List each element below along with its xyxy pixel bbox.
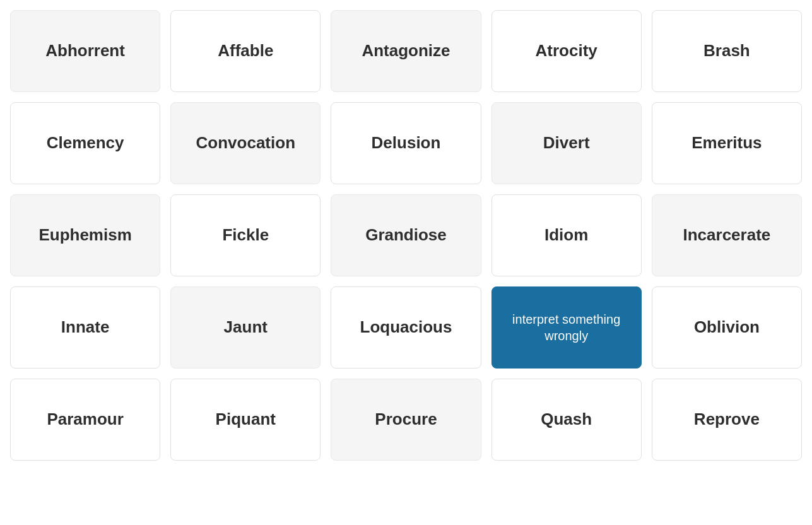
card-label-divert: Divert — [543, 133, 590, 154]
card-label-piquant: Piquant — [216, 409, 276, 430]
card-label-incarcerate: Incarcerate — [683, 225, 771, 246]
card-procure[interactable]: Procure — [331, 379, 481, 461]
card-label-jaunt: Jaunt — [224, 317, 268, 338]
card-label-idiom: Idiom — [544, 225, 588, 246]
card-piquant[interactable]: Piquant — [170, 379, 321, 461]
card-label-abhorrent: Abhorrent — [45, 40, 125, 62]
card-label-affable: Affable — [218, 40, 273, 62]
card-reprove[interactable]: Reprove — [652, 379, 802, 461]
card-delusion[interactable]: Delusion — [331, 102, 481, 184]
card-innate[interactable]: Innate — [10, 286, 160, 369]
card-euphemism[interactable]: Euphemism — [10, 194, 160, 276]
card-label-convocation: Convocation — [196, 133, 295, 154]
card-paramour[interactable]: Paramour — [10, 379, 160, 461]
card-quash[interactable]: Quash — [491, 379, 642, 461]
card-label-loquacious: Loquacious — [360, 317, 452, 338]
card-loquacious[interactable]: Loquacious — [331, 286, 481, 369]
card-label-innate: Innate — [61, 317, 110, 338]
card-label-paramour: Paramour — [47, 409, 123, 430]
card-idiom[interactable]: Idiom — [491, 194, 642, 276]
card-label-oblivion: Oblivion — [694, 317, 760, 338]
card-abhorrent[interactable]: Abhorrent — [10, 10, 160, 92]
card-atrocity[interactable]: Atrocity — [491, 10, 642, 92]
card-oblivion[interactable]: Oblivion — [652, 286, 802, 369]
card-label-delusion: Delusion — [372, 133, 441, 154]
card-label-atrocity: Atrocity — [536, 40, 597, 62]
card-clemency[interactable]: Clemency — [10, 102, 160, 184]
card-label-emeritus: Emeritus — [691, 133, 762, 154]
vocabulary-grid: AbhorrentAffableAntagonizeAtrocityBrashC… — [10, 10, 802, 461]
card-emeritus[interactable]: Emeritus — [652, 102, 802, 184]
card-divert[interactable]: Divert — [491, 102, 642, 184]
card-label-quash: Quash — [541, 409, 592, 430]
card-label-antagonize: Antagonize — [362, 40, 450, 62]
card-label-brash: Brash — [703, 40, 750, 62]
card-brash[interactable]: Brash — [652, 10, 802, 92]
card-label-reprove: Reprove — [694, 409, 760, 430]
card-label-clemency: Clemency — [47, 133, 124, 154]
card-affable[interactable]: Affable — [170, 10, 321, 92]
card-antagonize[interactable]: Antagonize — [331, 10, 481, 92]
card-fickle[interactable]: Fickle — [170, 194, 321, 276]
card-label-grandiose: Grandiose — [365, 225, 447, 246]
card-incarcerate[interactable]: Incarcerate — [652, 194, 802, 276]
card-interpret[interactable]: interpret something wrongly — [491, 286, 642, 369]
card-convocation[interactable]: Convocation — [170, 102, 321, 184]
card-label-procure: Procure — [375, 409, 437, 430]
card-jaunt[interactable]: Jaunt — [170, 286, 321, 369]
card-grandiose[interactable]: Grandiose — [331, 194, 481, 276]
card-label-euphemism: Euphemism — [38, 225, 131, 246]
card-label-interpret: interpret something wrongly — [505, 311, 628, 344]
card-label-fickle: Fickle — [222, 225, 269, 246]
